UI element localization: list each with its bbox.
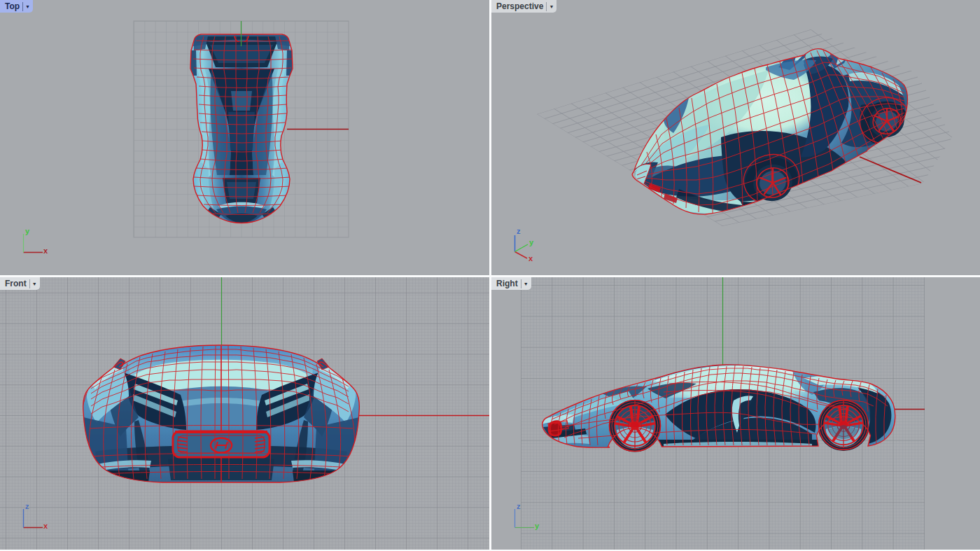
svg-text:x: x: [43, 522, 48, 530]
svg-text:y: y: [529, 238, 534, 246]
svg-text:y: y: [25, 227, 30, 235]
svg-text:z: z: [517, 502, 521, 510]
svg-text:x: x: [528, 254, 533, 263]
svg-text:y: y: [535, 522, 540, 530]
svg-text:x: x: [43, 246, 48, 255]
svg-text:z: z: [25, 502, 29, 510]
svg-text:z: z: [517, 227, 521, 235]
